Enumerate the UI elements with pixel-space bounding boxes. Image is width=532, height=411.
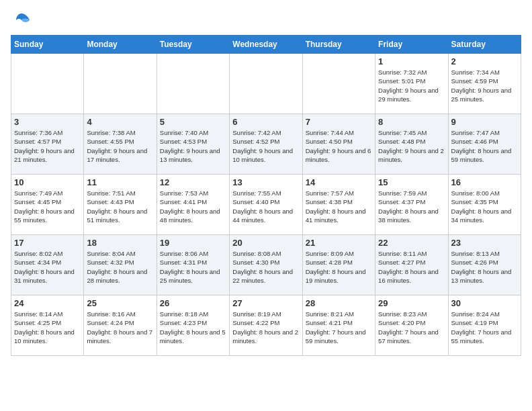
day-info: Sunrise: 7:51 AMSunset: 4:43 PMDaylight:… <box>87 189 153 224</box>
day-info: Sunrise: 8:09 AMSunset: 4:28 PMDaylight:… <box>306 249 372 285</box>
day-info: Sunrise: 7:34 AMSunset: 4:59 PMDaylight:… <box>451 68 518 103</box>
day-info: Sunrise: 8:13 AMSunset: 4:26 PMDaylight:… <box>451 249 518 285</box>
calendar-cell <box>84 54 157 114</box>
day-number: 24 <box>14 298 81 308</box>
logo-text <box>11 11 31 30</box>
day-info: Sunrise: 7:38 AMSunset: 4:55 PMDaylight:… <box>87 128 153 164</box>
calendar-cell: 29Sunrise: 8:23 AMSunset: 4:20 PMDayligh… <box>375 295 448 356</box>
day-header: Tuesday <box>157 36 229 54</box>
day-header: Sunday <box>11 36 84 54</box>
day-info: Sunrise: 7:40 AMSunset: 4:53 PMDaylight:… <box>160 128 226 164</box>
day-number: 13 <box>232 177 299 187</box>
calendar-table: SundayMondayTuesdayWednesdayThursdayFrid… <box>11 35 521 356</box>
calendar-cell: 4Sunrise: 7:38 AMSunset: 4:55 PMDaylight… <box>84 114 157 175</box>
calendar-cell: 12Sunrise: 7:53 AMSunset: 4:41 PMDayligh… <box>157 175 229 235</box>
day-number: 14 <box>306 177 372 187</box>
logo-bird-icon <box>12 11 31 30</box>
calendar-cell: 13Sunrise: 7:55 AMSunset: 4:40 PMDayligh… <box>230 175 302 235</box>
calendar-cell: 24Sunrise: 8:14 AMSunset: 4:25 PMDayligh… <box>11 295 84 356</box>
day-number: 17 <box>14 238 81 248</box>
calendar-cell: 27Sunrise: 8:19 AMSunset: 4:22 PMDayligh… <box>230 295 302 356</box>
day-number: 4 <box>87 117 153 127</box>
day-number: 10 <box>14 177 81 187</box>
day-number: 28 <box>306 298 372 308</box>
day-number: 16 <box>451 177 518 187</box>
day-number: 19 <box>160 238 226 248</box>
day-info: Sunrise: 8:18 AMSunset: 4:23 PMDaylight:… <box>160 310 226 345</box>
day-info: Sunrise: 8:23 AMSunset: 4:20 PMDaylight:… <box>378 310 445 345</box>
logo <box>11 11 31 30</box>
day-number: 1 <box>378 56 445 66</box>
calendar-cell: 2Sunrise: 7:34 AMSunset: 4:59 PMDaylight… <box>448 54 521 114</box>
calendar-cell: 11Sunrise: 7:51 AMSunset: 4:43 PMDayligh… <box>84 175 157 235</box>
day-number: 9 <box>451 117 518 127</box>
day-number: 30 <box>451 298 518 308</box>
day-number: 25 <box>87 298 153 308</box>
calendar-cell: 30Sunrise: 8:24 AMSunset: 4:19 PMDayligh… <box>448 295 521 356</box>
day-header: Saturday <box>448 36 521 54</box>
day-number: 2 <box>451 56 518 66</box>
calendar-cell: 1Sunrise: 7:32 AMSunset: 5:01 PMDaylight… <box>375 54 448 114</box>
calendar-cell: 15Sunrise: 7:59 AMSunset: 4:37 PMDayligh… <box>375 175 448 235</box>
day-info: Sunrise: 8:06 AMSunset: 4:31 PMDaylight:… <box>160 249 226 285</box>
day-info: Sunrise: 8:19 AMSunset: 4:22 PMDaylight:… <box>232 310 299 345</box>
calendar-cell: 28Sunrise: 8:21 AMSunset: 4:21 PMDayligh… <box>302 295 375 356</box>
day-header: Friday <box>375 36 448 54</box>
day-info: Sunrise: 7:44 AMSunset: 4:50 PMDaylight:… <box>306 128 372 164</box>
calendar-cell <box>157 54 229 114</box>
calendar-cell: 7Sunrise: 7:44 AMSunset: 4:50 PMDaylight… <box>302 114 375 175</box>
day-number: 29 <box>378 298 445 308</box>
day-info: Sunrise: 8:00 AMSunset: 4:35 PMDaylight:… <box>451 189 518 224</box>
day-number: 6 <box>232 117 299 127</box>
day-number: 27 <box>232 298 299 308</box>
day-number: 3 <box>14 117 81 127</box>
calendar-cell <box>230 54 302 114</box>
day-info: Sunrise: 8:14 AMSunset: 4:25 PMDaylight:… <box>14 310 81 345</box>
day-info: Sunrise: 7:49 AMSunset: 4:45 PMDaylight:… <box>14 189 81 224</box>
day-number: 26 <box>160 298 226 308</box>
calendar-cell: 10Sunrise: 7:49 AMSunset: 4:45 PMDayligh… <box>11 175 84 235</box>
day-number: 7 <box>306 117 372 127</box>
calendar-cell: 5Sunrise: 7:40 AMSunset: 4:53 PMDaylight… <box>157 114 229 175</box>
day-info: Sunrise: 7:42 AMSunset: 4:52 PMDaylight:… <box>232 128 299 164</box>
calendar-cell <box>302 54 375 114</box>
day-number: 8 <box>378 117 445 127</box>
calendar-cell: 19Sunrise: 8:06 AMSunset: 4:31 PMDayligh… <box>157 235 229 295</box>
calendar-cell: 20Sunrise: 8:08 AMSunset: 4:30 PMDayligh… <box>230 235 302 295</box>
day-header: Monday <box>84 36 157 54</box>
day-info: Sunrise: 8:08 AMSunset: 4:30 PMDaylight:… <box>232 249 299 285</box>
calendar-cell: 14Sunrise: 7:57 AMSunset: 4:38 PMDayligh… <box>302 175 375 235</box>
day-info: Sunrise: 7:36 AMSunset: 4:57 PMDaylight:… <box>14 128 81 164</box>
day-number: 11 <box>87 177 153 187</box>
calendar-cell: 9Sunrise: 7:47 AMSunset: 4:46 PMDaylight… <box>448 114 521 175</box>
day-info: Sunrise: 7:53 AMSunset: 4:41 PMDaylight:… <box>160 189 226 224</box>
day-number: 18 <box>87 238 153 248</box>
calendar-cell: 26Sunrise: 8:18 AMSunset: 4:23 PMDayligh… <box>157 295 229 356</box>
day-info: Sunrise: 7:55 AMSunset: 4:40 PMDaylight:… <box>232 189 299 224</box>
calendar-cell: 23Sunrise: 8:13 AMSunset: 4:26 PMDayligh… <box>448 235 521 295</box>
day-info: Sunrise: 7:47 AMSunset: 4:46 PMDaylight:… <box>451 128 518 164</box>
day-number: 20 <box>232 238 299 248</box>
day-info: Sunrise: 8:24 AMSunset: 4:19 PMDaylight:… <box>451 310 518 345</box>
calendar-cell: 21Sunrise: 8:09 AMSunset: 4:28 PMDayligh… <box>302 235 375 295</box>
calendar-cell: 8Sunrise: 7:45 AMSunset: 4:48 PMDaylight… <box>375 114 448 175</box>
calendar-cell: 3Sunrise: 7:36 AMSunset: 4:57 PMDaylight… <box>11 114 84 175</box>
day-header: Wednesday <box>230 36 302 54</box>
calendar-cell: 18Sunrise: 8:04 AMSunset: 4:32 PMDayligh… <box>84 235 157 295</box>
calendar-cell: 16Sunrise: 8:00 AMSunset: 4:35 PMDayligh… <box>448 175 521 235</box>
day-info: Sunrise: 8:02 AMSunset: 4:34 PMDaylight:… <box>14 249 81 285</box>
day-info: Sunrise: 8:16 AMSunset: 4:24 PMDaylight:… <box>87 310 153 345</box>
day-info: Sunrise: 8:11 AMSunset: 4:27 PMDaylight:… <box>378 249 445 285</box>
day-number: 23 <box>451 238 518 248</box>
day-info: Sunrise: 7:59 AMSunset: 4:37 PMDaylight:… <box>378 189 445 224</box>
day-info: Sunrise: 7:45 AMSunset: 4:48 PMDaylight:… <box>378 128 445 164</box>
day-info: Sunrise: 8:21 AMSunset: 4:21 PMDaylight:… <box>306 310 372 345</box>
calendar-cell: 6Sunrise: 7:42 AMSunset: 4:52 PMDaylight… <box>230 114 302 175</box>
day-info: Sunrise: 8:04 AMSunset: 4:32 PMDaylight:… <box>87 249 153 285</box>
day-info: Sunrise: 7:57 AMSunset: 4:38 PMDaylight:… <box>306 189 372 224</box>
header <box>11 11 521 30</box>
day-header: Thursday <box>302 36 375 54</box>
calendar-cell: 17Sunrise: 8:02 AMSunset: 4:34 PMDayligh… <box>11 235 84 295</box>
calendar-cell: 25Sunrise: 8:16 AMSunset: 4:24 PMDayligh… <box>84 295 157 356</box>
calendar-cell <box>11 54 84 114</box>
